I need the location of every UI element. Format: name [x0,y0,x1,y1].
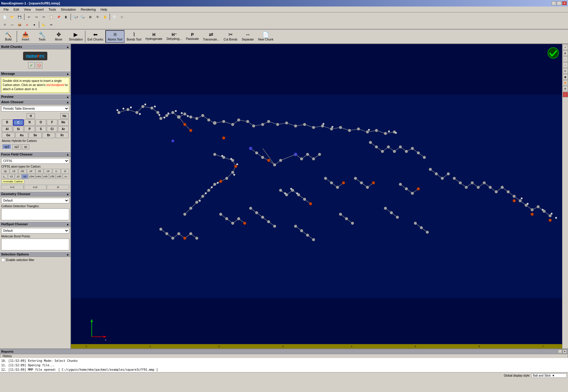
rp-btn-7[interactable]: 🎨 [563,80,568,85]
menu-help[interactable]: Help [98,7,110,12]
tb-cut[interactable]: ✂ [40,13,47,20]
tb-zoom-in[interactable]: 🔍+ [72,13,79,20]
menu-view[interactable]: View [22,7,33,12]
move-tool[interactable]: ✥ Move [50,30,67,43]
ff-ceq[interactable]: c= [63,174,69,179]
elem-As[interactable]: As [15,132,28,138]
tb-wire[interactable]: 🔺 [23,21,30,28]
elem-Ne[interactable]: Ne [58,119,69,126]
passivate-tool[interactable]: P Passivate [184,30,201,43]
elem-He[interactable]: He [60,113,69,119]
hydrogenate-tool[interactable]: H Hydrogenate [143,30,164,43]
elem-P[interactable]: P [24,126,35,132]
ff-c3m[interactable]: c3m [28,174,35,179]
tools-tool[interactable]: 🔧 Tools [34,30,50,43]
tb-measure[interactable]: 📐 [40,21,47,28]
exit-chunks-tool[interactable]: ⬅ Exit Chunks [85,30,105,43]
tb-new[interactable]: 📄 [1,13,8,20]
elem-N[interactable]: N [24,119,35,126]
ok-button[interactable]: ✓ [28,62,35,69]
elem-O[interactable]: O [36,119,46,126]
hybrid-sp3[interactable]: sp3 [2,144,11,149]
message-collapse-btn[interactable]: ▲ [66,72,69,75]
viewport[interactable]: x 0 1 2 3 4 5 6 7 [71,44,562,349]
ff-c-hash[interactable]: c# [27,169,35,174]
tb-paste[interactable]: 📌 [55,13,62,20]
menu-rendering[interactable]: Rendering [78,7,98,12]
elem-Al[interactable]: Al [2,126,12,132]
elem-B[interactable]: B [2,119,12,126]
history-tab[interactable]: History [0,354,568,358]
ff-cp[interactable]: cp [1,169,9,174]
display-style-dropdown[interactable]: Ball and Stick ▼ [531,373,567,378]
tb-delete[interactable]: 🗑 [62,13,70,20]
elem-Ar[interactable]: Ar [58,126,69,132]
menu-edit[interactable]: Edit [11,7,22,12]
ff-collapse-btn[interactable]: ▲ [66,153,69,156]
cut-bonds-tool[interactable]: ✂ Cut Bonds [222,30,240,43]
tb-zoom-fit[interactable]: ⊞ [87,13,94,20]
hotspot-dropdown[interactable]: Default [1,228,69,234]
rp-btn-6[interactable]: ▣ [563,74,568,80]
elem-F[interactable]: F [47,119,57,126]
tb-align[interactable]: ⇔ [48,21,55,28]
atoms-tool[interactable]: ⚛ Atoms Tool [105,30,125,43]
rp-btn-1[interactable]: ↗ [563,45,568,50]
bonds-tool[interactable]: ⌇ Bonds Tool [125,30,143,43]
tb-atom[interactable]: ⚛ [1,21,8,28]
tb-open[interactable]: 📂 [9,13,16,20]
ff-c5[interactable]: c5 [36,169,44,174]
insert-tool[interactable]: 📥 Insert [17,30,34,43]
new-chunk-tool[interactable]: 📄 New Chunk [256,30,275,43]
elem-C[interactable]: C [13,119,24,126]
ff-coh[interactable]: coh [42,174,49,179]
menu-simulation[interactable]: Simulation [59,7,78,12]
ff-cl2[interactable]: cl2 [18,169,27,174]
ff-co[interactable]: co [22,174,28,179]
reports-close-btn[interactable]: × [563,349,567,354]
tb-cpe[interactable]: ● [31,21,38,28]
ff-c4[interactable]: c4 [44,169,52,174]
preview-collapse-btn[interactable]: ▲ [66,95,69,98]
elem-Si[interactable]: Si [13,126,24,132]
ff-c3h[interactable]: c3h [49,174,56,179]
ff-z2[interactable]: z2 [15,174,21,179]
dehydrog-tool[interactable]: H⁻ Dehydrog... [164,30,184,43]
tb-save[interactable]: 💾 [16,13,23,20]
menu-insert[interactable]: Insert [33,7,46,12]
hotspot-collapse-btn[interactable]: ▲ [66,223,69,226]
reports-minimize-btn[interactable]: _ [558,349,562,354]
rp-btn-2[interactable]: ⊞ [563,51,568,56]
menu-file[interactable]: File [1,7,11,12]
elem-Cl[interactable]: Cl [47,126,57,132]
periodic-table-dropdown[interactable]: Periodic Table Elements [1,106,69,111]
ff-c4h[interactable]: c4h [56,174,62,179]
maximize-button[interactable]: □ [557,1,561,5]
geometry-collapse-btn[interactable]: ▲ [66,192,69,196]
minimize-button[interactable]: _ [551,1,556,5]
enable-filter-checkbox[interactable] [1,258,5,262]
build-tool[interactable]: 🔨 Build [0,30,17,43]
close-button[interactable]: × [562,1,567,5]
menu-tools[interactable]: Tools [46,7,59,12]
ff-ceq1[interactable]: c=1 [1,185,24,189]
rp-btn-3[interactable]: ↔ [563,56,568,62]
panel-collapse-btn[interactable]: ▲ [66,45,69,48]
elem-Br[interactable]: Br [42,132,55,138]
simulation-tool[interactable]: ▶ Simulation [67,30,85,43]
tb-redo[interactable]: ↪ [33,13,40,20]
transmute-tool[interactable]: ⇌ Transmute... [201,30,222,43]
tb-rotate[interactable]: ↻ [94,13,101,20]
ff-c_[interactable]: c_ [1,174,8,179]
selection-collapse-btn[interactable]: ▲ [66,253,69,256]
rp-btn-8[interactable]: ⚙ [563,86,568,91]
tb-bond[interactable]: — [9,21,16,28]
cancel-button[interactable]: 🚫 [36,62,42,69]
ff-cl[interactable]: cl [61,169,69,174]
tb-zoom-out[interactable]: 🔍- [79,13,86,20]
tb-pan[interactable]: ✋ [101,13,109,20]
tb-chunk[interactable]: 📦 [16,21,23,28]
tb-select-all[interactable]: ⬜ [111,13,118,20]
rp-btn-4[interactable]: ↕ [563,62,568,68]
ff-c-minus[interactable]: c- [52,169,61,174]
